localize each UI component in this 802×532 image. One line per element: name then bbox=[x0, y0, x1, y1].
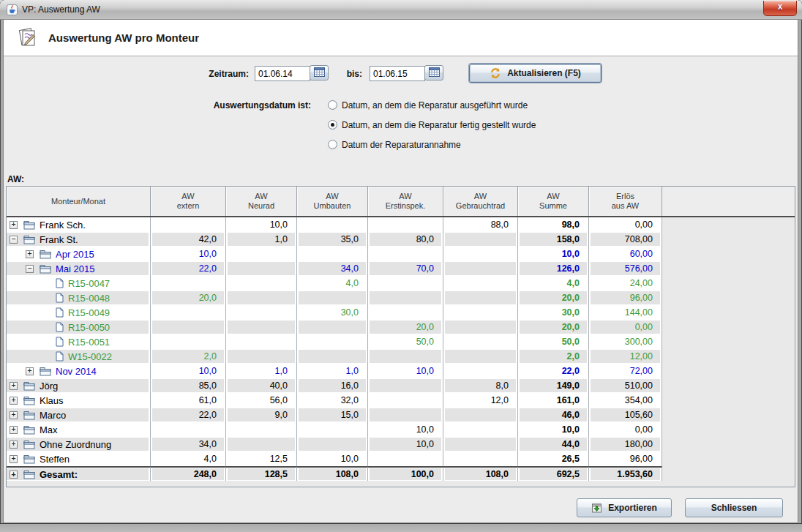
close-window-button[interactable]: x bbox=[763, 1, 797, 16]
tree-label: R15-0049 bbox=[68, 307, 110, 318]
cell-aw-extern bbox=[151, 334, 226, 349]
row-filler bbox=[662, 452, 795, 466]
tree-label: R15-0050 bbox=[68, 322, 110, 333]
column-header-aw-neurad[interactable]: AWNeurad bbox=[226, 187, 297, 216]
table-row[interactable]: + Jörg 85,0 40,0 16,0 8,0 149,0 bbox=[7, 378, 795, 393]
column-header-aw-erstinspek[interactable]: AWErstinspek. bbox=[368, 187, 443, 216]
cell-aw-summe: 22,0 bbox=[518, 364, 589, 378]
table-row[interactable]: R15-0051 50,0 50,0 300,00 bbox=[7, 334, 795, 349]
cell-aw-summe: 20,0 bbox=[518, 291, 589, 305]
radio-icon[interactable] bbox=[328, 140, 337, 149]
table-row[interactable]: R15-0050 20,0 20,0 0,00 bbox=[7, 320, 795, 334]
cell-erloes: 0,00 bbox=[589, 320, 662, 334]
radio-option-ausgefuehrt[interactable]: Datum, an dem die Reparatur ausgeführt w… bbox=[328, 100, 528, 110]
folder-icon bbox=[23, 440, 35, 449]
radio-option-annahme[interactable]: Datum der Reparaturannahme bbox=[328, 139, 461, 150]
table-row[interactable]: + Gesamt: 248,0 128,5 108,0 100,0 108,0 bbox=[7, 466, 795, 481]
cell-aw-erstinspek: 20,0 bbox=[368, 320, 443, 334]
cell-aw-erstinspek bbox=[368, 276, 443, 291]
tree-expander-icon[interactable]: + bbox=[10, 471, 18, 479]
tree-expander-icon[interactable]: + bbox=[10, 455, 18, 463]
date-from-calendar-button[interactable] bbox=[310, 65, 329, 80]
table-row[interactable]: + Marco 22,0 9,0 15,0 46,0 bbox=[7, 408, 795, 422]
tree-expander-icon[interactable]: + bbox=[10, 397, 18, 405]
tree-expander-icon[interactable]: + bbox=[10, 426, 18, 434]
refresh-icon bbox=[490, 67, 501, 79]
date-to-calendar-button[interactable] bbox=[424, 65, 443, 80]
cell-aw-erstinspek bbox=[368, 291, 443, 305]
radio-option-fertiggestellt[interactable]: Datum, an dem die Reparatur fertig geste… bbox=[328, 119, 536, 130]
tree-expander-icon[interactable]: + bbox=[10, 221, 18, 229]
cell-erloes: 96,00 bbox=[589, 452, 662, 466]
tree-expander-icon[interactable]: + bbox=[10, 382, 18, 390]
cell-aw-gebrauchtrad bbox=[443, 320, 518, 334]
row-filler bbox=[662, 276, 795, 291]
column-header-aw-extern[interactable]: AWextern bbox=[151, 187, 226, 216]
aw-section-label: AW: bbox=[7, 174, 24, 184]
cell-aw-summe: 44,0 bbox=[518, 437, 589, 452]
radio-icon[interactable] bbox=[328, 120, 337, 130]
cell-aw-gebrauchtrad bbox=[443, 452, 518, 466]
cell-aw-summe: 10,0 bbox=[518, 247, 589, 261]
cell-aw-umbauten bbox=[297, 320, 368, 334]
cell-aw-erstinspek: 10,0 bbox=[368, 422, 443, 437]
table-row[interactable]: W15-0022 2,0 2,0 12,00 bbox=[7, 349, 795, 364]
tree-expander-icon[interactable]: − bbox=[10, 236, 18, 244]
table-row[interactable]: − Mai 2015 22,0 34,0 70,0 126,0 bbox=[7, 261, 795, 276]
page-header: Auswertung AW pro Monteur bbox=[4, 20, 798, 56]
tree-cell: R15-0047 bbox=[7, 276, 151, 291]
radio-icon[interactable] bbox=[328, 100, 337, 110]
table-row[interactable]: + Klaus 61,0 56,0 32,0 12,0 161,0 bbox=[7, 393, 795, 408]
table-row[interactable]: + Apr 2015 10,0 10,0 60, bbox=[7, 247, 795, 261]
table-row[interactable]: + Max 10,0 10,0 0,00 bbox=[7, 422, 795, 437]
cell-aw-summe: 692,5 bbox=[518, 466, 589, 481]
table-row[interactable]: + Steffen 4,0 12,5 10,0 26,5 bbox=[7, 452, 795, 466]
cell-erloes: 354,00 bbox=[589, 393, 662, 408]
document-icon bbox=[56, 307, 64, 318]
column-header-erloes[interactable]: Erlösaus AW bbox=[589, 187, 662, 216]
tree-cell: + Klaus bbox=[7, 393, 151, 408]
cell-aw-gebrauchtrad bbox=[443, 247, 518, 261]
cell-erloes: 96,00 bbox=[589, 291, 662, 305]
tree-expander-icon[interactable]: + bbox=[26, 367, 34, 375]
cell-erloes: 576,00 bbox=[589, 261, 662, 276]
date-from-input[interactable] bbox=[255, 66, 310, 81]
schliessen-button[interactable]: Schliessen bbox=[685, 498, 783, 517]
title-bar[interactable]: VP: Auswertung AW bbox=[0, 0, 802, 20]
aw-table: Monteur/Monat AWextern AWNeurad AWUmbaut… bbox=[6, 186, 795, 487]
column-header-aw-summe[interactable]: AWSumme bbox=[518, 187, 589, 216]
table-row[interactable]: R15-0048 20,0 20,0 96,00 bbox=[7, 291, 795, 305]
exportieren-button[interactable]: Exportieren bbox=[577, 498, 672, 517]
tree-expander-icon[interactable]: + bbox=[10, 441, 18, 449]
table-row[interactable]: + Frank Sch. 10,0 88,0 98,0 bbox=[7, 217, 795, 232]
tree-expander-icon[interactable]: − bbox=[26, 265, 34, 273]
column-header-aw-umbauten[interactable]: AWUmbauten bbox=[297, 187, 368, 216]
cell-erloes: 144,00 bbox=[589, 305, 662, 320]
cell-aw-neurad: 1,0 bbox=[226, 232, 297, 247]
tree-cell: + Marco bbox=[7, 408, 151, 422]
cell-aw-gebrauchtrad bbox=[443, 232, 518, 247]
column-header-monteur[interactable]: Monteur/Monat bbox=[7, 187, 151, 216]
aktualisieren-button[interactable]: Aktualisieren (F5) bbox=[469, 64, 602, 83]
tree-cell: + Frank Sch. bbox=[7, 217, 151, 232]
tree-expander-icon[interactable]: + bbox=[10, 411, 18, 419]
cell-aw-summe: 30,0 bbox=[518, 305, 589, 320]
cell-aw-neurad: 9,0 bbox=[226, 408, 297, 422]
folder-icon bbox=[23, 396, 35, 405]
tree-label: Frank St. bbox=[40, 234, 78, 245]
table-row[interactable]: − Frank St. 42,0 1,0 35,0 80,0 15 bbox=[7, 232, 795, 247]
table-row[interactable]: R15-0047 4,0 4,0 24,00 bbox=[7, 276, 795, 291]
date-to-input[interactable] bbox=[370, 66, 425, 81]
table-row[interactable]: R15-0049 30,0 30,0 144,00 bbox=[7, 305, 795, 320]
table-row[interactable]: + Nov 2014 10,0 1,0 1,0 10,0 22,0 bbox=[7, 364, 795, 378]
cell-aw-neurad: 10,0 bbox=[226, 217, 297, 232]
folder-icon bbox=[23, 425, 35, 435]
exportieren-label: Exportieren bbox=[608, 503, 657, 513]
column-header-aw-gebrauchtrad[interactable]: AWGebrauchtrad bbox=[443, 187, 518, 216]
table-row[interactable]: + Ohne Zuordnung 34,0 10,0 44,0 bbox=[7, 437, 795, 452]
cell-erloes: 60,00 bbox=[589, 247, 662, 261]
cell-aw-extern: 42,0 bbox=[151, 232, 226, 247]
cell-aw-gebrauchtrad bbox=[443, 291, 518, 305]
tree-expander-icon[interactable]: + bbox=[26, 250, 34, 258]
radio-label: Datum der Reparaturannahme bbox=[342, 140, 461, 150]
